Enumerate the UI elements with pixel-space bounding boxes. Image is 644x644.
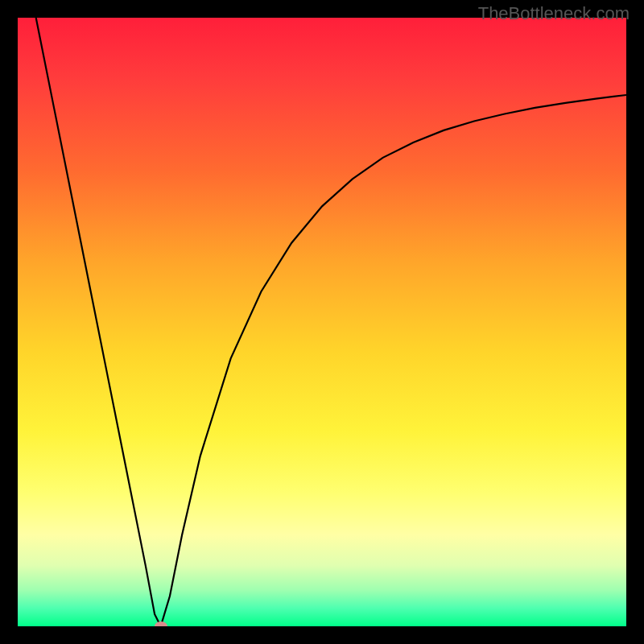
curve-svg	[18, 18, 626, 626]
watermark-text: TheBottleneck.com	[478, 3, 630, 24]
bottleneck-curve	[36, 18, 626, 626]
plot-area	[18, 18, 626, 626]
optimal-point-marker	[155, 621, 167, 626]
